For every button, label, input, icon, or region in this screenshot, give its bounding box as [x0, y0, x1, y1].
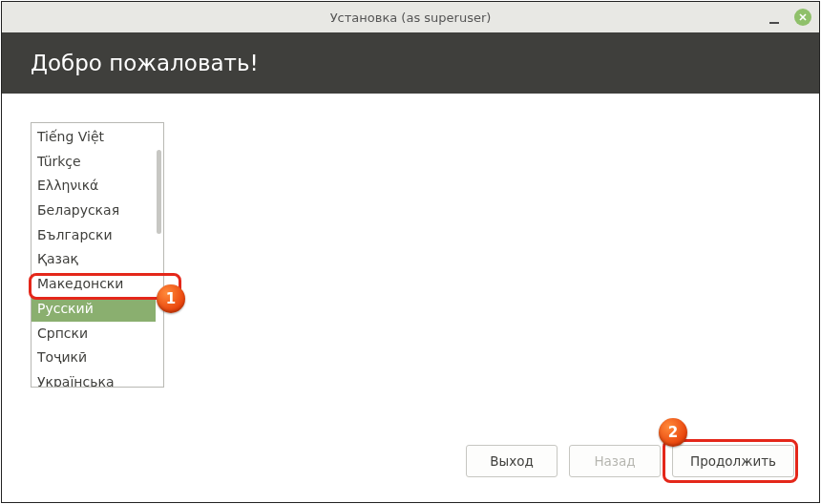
language-option[interactable]: Tiếng Việt	[32, 125, 156, 150]
language-option[interactable]: Қазақ	[32, 247, 156, 272]
back-button-label: Назад	[594, 453, 635, 469]
language-option[interactable]: Ελληνικά	[32, 174, 156, 199]
language-option[interactable]: Српски	[32, 322, 156, 346]
scrollbar[interactable]	[157, 125, 161, 385]
window-title: Установка (as superuser)	[330, 10, 492, 25]
language-option[interactable]: Тоҷикӣ	[32, 346, 156, 370]
content-area: Tiếng ViệtTürkçeΕλληνικάБеларускаяБългар…	[2, 94, 819, 388]
quit-button-label: Выход	[490, 453, 534, 469]
close-icon	[798, 12, 808, 22]
language-listbox[interactable]: Tiếng ViệtTürkçeΕλληνικάБеларускаяБългар…	[31, 122, 164, 388]
continue-button-label: Продолжить	[690, 453, 776, 469]
annotation-badge-2: 2	[659, 418, 687, 447]
language-option[interactable]: Беларуская	[32, 199, 156, 223]
language-option[interactable]: Русский	[32, 297, 156, 322]
header-banner: Добро пожаловать!	[2, 32, 819, 94]
language-option[interactable]: Български	[32, 223, 156, 248]
titlebar: Установка (as superuser)	[2, 2, 819, 32]
language-option[interactable]: Türkçe	[32, 150, 156, 175]
minimize-button[interactable]	[768, 10, 781, 24]
window-controls	[768, 2, 811, 32]
close-button[interactable]	[794, 9, 811, 26]
back-button: Назад	[569, 445, 661, 477]
continue-button[interactable]: Продолжить	[672, 445, 794, 477]
language-option[interactable]: Македонски	[32, 272, 156, 297]
window-frame: Установка (as superuser) Добро пожаловат…	[1, 1, 820, 503]
page-title: Добро пожаловать!	[31, 51, 259, 75]
scrollbar-thumb[interactable]	[157, 150, 161, 234]
footer-buttons: Выход Назад Продолжить	[466, 445, 794, 477]
language-option[interactable]: Українська	[32, 370, 156, 388]
quit-button[interactable]: Выход	[466, 445, 558, 477]
